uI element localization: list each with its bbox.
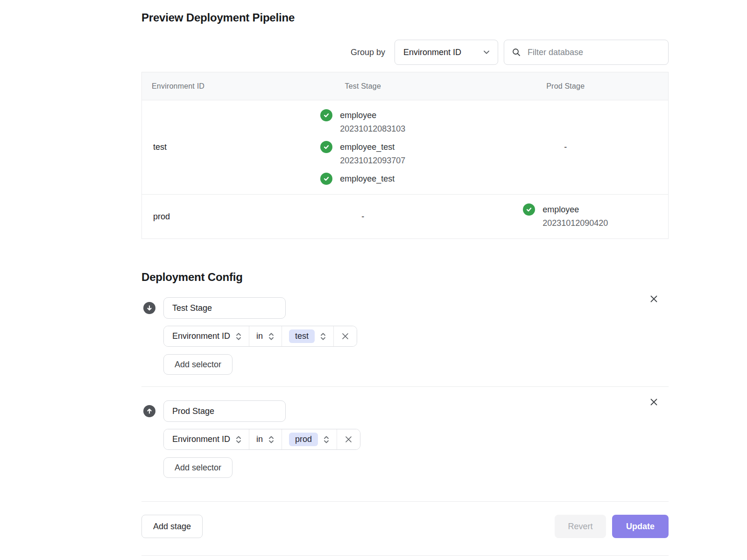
arrow-up-circle-icon bbox=[143, 405, 155, 417]
deployment-version: 20231012093707 bbox=[340, 154, 405, 168]
deployment-name: employee_test bbox=[340, 172, 395, 186]
page-title: Preview Deployment Pipeline bbox=[141, 0, 669, 24]
deployment-name: employee bbox=[543, 203, 608, 217]
chevron-up-down-icon bbox=[235, 332, 242, 341]
table-row: test employee 20231012083103 bbox=[142, 100, 669, 195]
add-selector-button[interactable]: Add selector bbox=[163, 457, 233, 478]
selector-key-select[interactable]: Environment ID bbox=[164, 326, 249, 346]
chevron-down-icon bbox=[483, 49, 490, 56]
arrow-down-circle-icon bbox=[143, 302, 155, 314]
selector-key-select[interactable]: Environment ID bbox=[164, 429, 249, 449]
search-icon bbox=[512, 48, 521, 57]
success-check-icon bbox=[320, 173, 332, 185]
chevron-up-down-icon bbox=[268, 435, 275, 444]
selector-operator-select[interactable]: in bbox=[249, 326, 282, 346]
table-row: prod - employee 20231012090420 bbox=[142, 195, 669, 239]
selector-key-value: Environment ID bbox=[172, 331, 230, 341]
environment-id-cell: test bbox=[142, 100, 263, 195]
selector-operator-value: in bbox=[256, 331, 263, 341]
filter-search-box[interactable] bbox=[504, 40, 669, 65]
selector-operator-value: in bbox=[256, 434, 263, 444]
filter-database-input[interactable] bbox=[527, 47, 661, 58]
deployment-config-heading: Deployment Config bbox=[141, 271, 669, 284]
add-stage-button[interactable]: Add stage bbox=[141, 515, 203, 538]
config-footer: Add stage Revert Update bbox=[141, 501, 669, 538]
prod-stage-cell: - bbox=[463, 100, 669, 195]
deployment-list: employee 20231012090420 bbox=[523, 203, 608, 230]
update-button[interactable]: Update bbox=[612, 515, 669, 538]
deployment-list: employee 20231012083103 employee_test 20… bbox=[320, 109, 405, 186]
success-check-icon bbox=[320, 109, 332, 121]
remove-selector-button[interactable] bbox=[334, 326, 357, 346]
remove-selector-button[interactable] bbox=[337, 429, 360, 449]
deployment-item: employee 20231012090420 bbox=[523, 203, 608, 230]
selector-value-badge: test bbox=[289, 329, 315, 343]
environment-id-cell: prod bbox=[142, 195, 263, 239]
footer-actions: Revert Update bbox=[555, 515, 669, 538]
chevron-up-down-icon bbox=[268, 332, 275, 341]
stage-config-test: Environment ID in test bbox=[141, 284, 669, 386]
selector-value-select[interactable]: prod bbox=[282, 429, 337, 449]
group-by-label: Group by bbox=[351, 48, 385, 57]
group-by-dropdown[interactable]: Environment ID bbox=[395, 40, 498, 65]
add-selector-button[interactable]: Add selector bbox=[163, 354, 233, 375]
success-check-icon bbox=[523, 203, 535, 216]
remove-stage-button[interactable] bbox=[648, 396, 659, 407]
deployment-name: employee_test bbox=[340, 140, 405, 154]
deployment-item: employee_test bbox=[320, 172, 395, 186]
bottom-divider bbox=[141, 555, 669, 556]
prod-stage-cell: employee 20231012090420 bbox=[463, 195, 669, 239]
success-check-icon bbox=[320, 141, 332, 153]
column-header-test-stage: Test Stage bbox=[263, 72, 463, 100]
chevron-up-down-icon bbox=[323, 435, 330, 444]
selector-value-badge: prod bbox=[289, 433, 318, 446]
selector-value-select[interactable]: test bbox=[282, 326, 334, 346]
empty-stage-placeholder: - bbox=[361, 212, 364, 221]
selector-operator-select[interactable]: in bbox=[249, 429, 282, 449]
revert-button[interactable]: Revert bbox=[555, 515, 606, 538]
stage-header bbox=[141, 297, 669, 319]
deployment-name: employee bbox=[340, 109, 405, 122]
test-stage-cell: - bbox=[263, 195, 463, 239]
deployment-item: employee_test 20231012093707 bbox=[320, 140, 405, 168]
empty-stage-placeholder: - bbox=[564, 142, 567, 152]
column-header-prod-stage: Prod Stage bbox=[463, 72, 669, 100]
selector-row: Environment ID in prod bbox=[163, 429, 360, 450]
group-by-selected-value: Environment ID bbox=[403, 48, 461, 57]
pipeline-table-header-row: Environment ID Test Stage Prod Stage bbox=[142, 72, 669, 100]
deployment-version: 20231012090420 bbox=[543, 217, 608, 230]
chevron-up-down-icon bbox=[320, 332, 326, 341]
selector-key-value: Environment ID bbox=[172, 434, 230, 444]
pipeline-table: Environment ID Test Stage Prod Stage tes… bbox=[141, 72, 669, 239]
stage-title-input[interactable] bbox=[163, 297, 286, 319]
deployment-item: employee 20231012083103 bbox=[320, 109, 405, 136]
column-header-environment-id: Environment ID bbox=[142, 72, 263, 100]
remove-stage-button[interactable] bbox=[648, 293, 659, 304]
stage-header bbox=[141, 400, 669, 422]
stage-title-input[interactable] bbox=[163, 400, 286, 422]
deployment-version: 20231012083103 bbox=[340, 122, 405, 136]
selector-row: Environment ID in test bbox=[163, 326, 357, 347]
test-stage-cell: employee 20231012083103 employee_test 20… bbox=[263, 100, 463, 195]
main-content: Preview Deployment Pipeline Group by Env… bbox=[141, 0, 669, 556]
table-controls: Group by Environment ID bbox=[141, 40, 669, 65]
stage-config-prod: Environment ID in prod bbox=[141, 386, 669, 490]
chevron-up-down-icon bbox=[235, 435, 242, 444]
